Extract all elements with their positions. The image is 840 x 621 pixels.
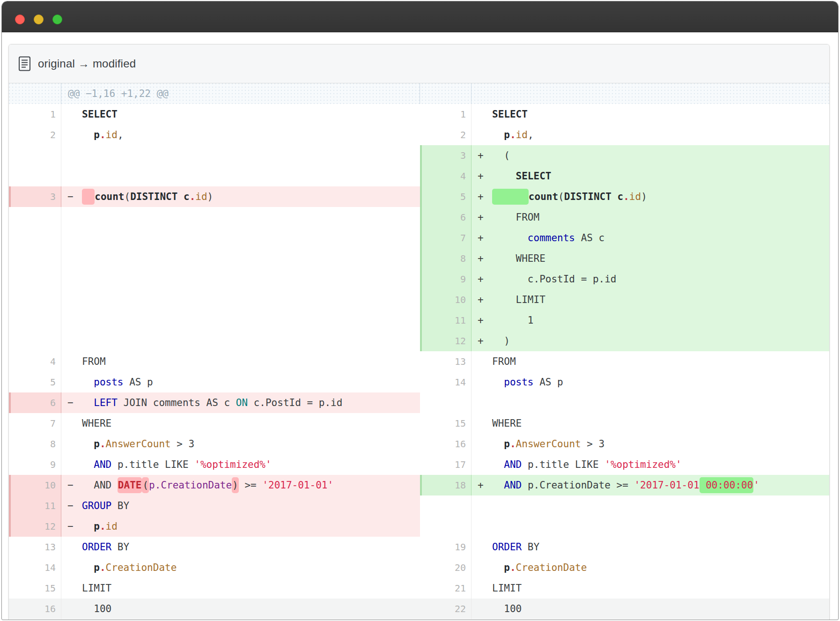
code-token: . xyxy=(510,129,516,140)
code-token: p xyxy=(504,129,510,140)
code-token: . xyxy=(190,191,196,202)
close-button[interactable] xyxy=(15,15,25,24)
code-token: ' xyxy=(753,480,759,491)
code-cell: p.id, xyxy=(472,125,829,145)
line-number-cell xyxy=(9,207,61,228)
code-token: CreationDate xyxy=(106,562,177,573)
code-cell xyxy=(472,495,829,516)
zoom-button[interactable] xyxy=(52,15,62,24)
line-number-cell xyxy=(9,289,61,310)
diff-sign: − xyxy=(67,186,74,207)
code-token: WHERE xyxy=(492,253,545,264)
hunk-header-row: @@ −1,16 +1,22 @@ xyxy=(9,83,829,104)
code-token: p.title LIKE xyxy=(522,459,604,470)
line-number-cell: 10 xyxy=(420,289,472,310)
code-token: count xyxy=(529,191,558,202)
diff-panel: original → modified @@ −1,16 +1,22 @@ 1S… xyxy=(8,44,830,620)
code-token: ORDER xyxy=(82,541,111,553)
code-token xyxy=(492,129,504,140)
document-icon xyxy=(18,56,31,71)
code-token: AND xyxy=(504,480,522,491)
diff-row: 2 p.id,2 p.id, xyxy=(9,125,829,145)
code-cell: LIMIT xyxy=(61,578,420,599)
code-token: ( xyxy=(125,191,131,202)
code-token: ( xyxy=(142,477,149,493)
code-token: AND xyxy=(82,480,118,491)
code-cell: 100 xyxy=(472,599,829,619)
diff-row: 7+ comments AS c xyxy=(9,228,829,248)
diff-sign: + xyxy=(478,269,484,289)
diff-row: 12− p.id xyxy=(9,516,829,537)
code-token: AnswerCount xyxy=(106,438,171,450)
code-cell: AND p.title LIKE '%optimized%' xyxy=(472,454,829,475)
line-number-cell: 12 xyxy=(420,331,472,351)
file-header: original → modified xyxy=(9,44,829,83)
code-cell: FROM xyxy=(61,351,420,372)
code-token: p xyxy=(94,438,100,450)
line-number-cell: 19 xyxy=(420,537,472,557)
diff-row: 10− AND DATE(p.CreationDate) >= '2017-01… xyxy=(9,475,829,495)
code-cell: 100 xyxy=(61,599,420,619)
code-token xyxy=(492,377,504,388)
line-number-cell: 7 xyxy=(420,228,472,248)
code-token: CreationDate xyxy=(516,562,587,573)
code-token: LIMIT xyxy=(492,583,522,594)
code-cell xyxy=(61,331,420,351)
diff-sign: + xyxy=(478,166,484,186)
code-token xyxy=(82,562,94,573)
code-token: LEFT xyxy=(94,397,118,408)
diff-row: 15LIMIT21LIMIT xyxy=(9,578,829,599)
code-token: LIMIT xyxy=(492,294,545,305)
code-cell: SELECT xyxy=(61,104,420,125)
code-cell: ORDER BY xyxy=(472,537,829,557)
line-number-cell xyxy=(420,495,472,516)
code-token: id xyxy=(629,191,641,202)
code-token: 1 xyxy=(492,315,534,326)
code-cell: + 1 xyxy=(472,310,829,331)
code-token: ( xyxy=(492,150,510,161)
line-number-cell: 6 xyxy=(420,207,472,228)
code-cell: WHERE xyxy=(472,413,829,434)
code-cell: AND p.title LIKE '%optimized%' xyxy=(61,454,420,475)
code-token: DISTINCT xyxy=(130,191,177,202)
diff-row: 8 p.AnswerCount > 316 p.AnswerCount > 3 xyxy=(9,434,829,454)
line-number-cell: 22 xyxy=(420,599,472,619)
window-titlebar xyxy=(2,1,838,32)
code-token xyxy=(492,480,504,491)
line-number-cell: 14 xyxy=(420,372,472,392)
code-token: BY xyxy=(111,500,129,511)
code-token xyxy=(82,438,94,450)
code-token: GROUP xyxy=(82,500,111,511)
code-token: comments xyxy=(528,232,575,244)
code-token: p xyxy=(94,129,100,140)
diff-row: 7WHERE15WHERE xyxy=(9,413,829,434)
code-token: c.PostId = p.id xyxy=(492,274,617,285)
code-cell: posts AS p xyxy=(61,372,420,392)
code-token: p xyxy=(94,562,100,573)
code-token: count xyxy=(95,191,124,202)
code-cell xyxy=(472,516,829,537)
code-token: AnswerCount xyxy=(516,438,581,450)
line-number-cell: 10 xyxy=(9,475,61,495)
minimize-button[interactable] xyxy=(34,15,44,24)
code-cell: − AND DATE(p.CreationDate) >= '2017-01-0… xyxy=(61,475,420,495)
code-token: DISTINCT xyxy=(564,191,612,202)
code-token xyxy=(612,191,618,202)
diff-row: 16 10022 100 xyxy=(9,599,829,619)
code-token xyxy=(82,377,94,388)
code-cell: + SELECT xyxy=(472,166,829,186)
code-cell: LIMIT xyxy=(472,578,829,599)
code-token: p xyxy=(504,562,510,573)
diff-sign: + xyxy=(478,207,484,228)
line-number-cell: 5 xyxy=(420,186,472,207)
code-token: > 3 xyxy=(581,438,605,450)
diff-row: 9+ c.PostId = p.id xyxy=(9,269,829,289)
line-number-cell: 3 xyxy=(420,145,472,166)
code-token: p xyxy=(504,438,510,450)
file-title: original → modified xyxy=(38,57,136,70)
code-token: FROM xyxy=(492,356,516,367)
code-cell xyxy=(61,269,420,289)
diff-sign: − xyxy=(67,516,74,537)
line-number-cell: 17 xyxy=(420,454,472,475)
code-token xyxy=(492,232,528,244)
